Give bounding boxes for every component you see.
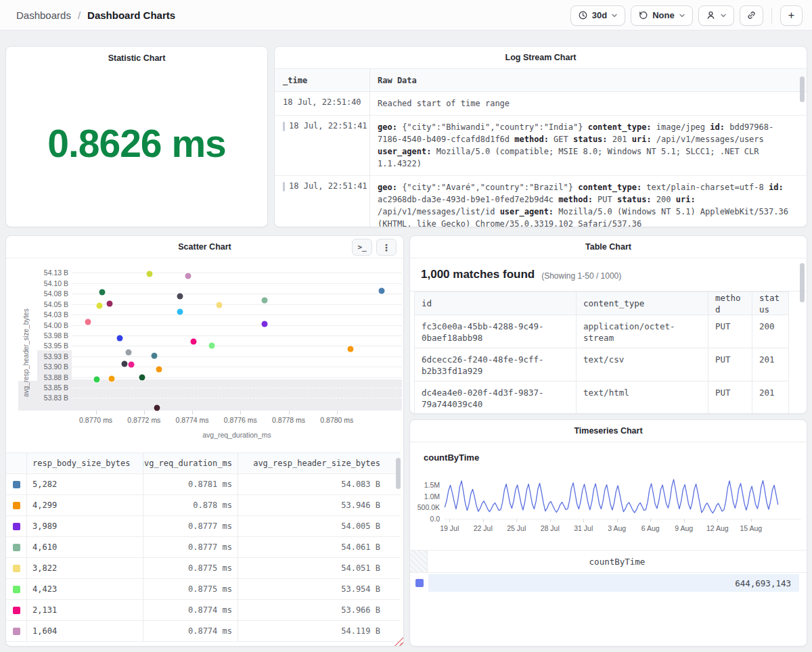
scatter-point	[348, 346, 354, 352]
log-column-divider	[369, 69, 370, 227]
add-chart-button[interactable]: +	[780, 5, 803, 26]
time-range-label: 30d	[592, 10, 607, 20]
legend-duration-cell: 0.8777 ms	[143, 537, 238, 557]
scatter-point	[185, 273, 191, 279]
x-tick-label: 0.8778 ms	[272, 416, 305, 424]
x-tick-mark	[516, 519, 517, 522]
matches-bar: 1,000 matches found (Showing 1-50 / 1000…	[410, 258, 807, 292]
log-column-time: _time	[275, 76, 369, 85]
x-tick-label: 0.8774 ms	[176, 416, 209, 424]
timeseries-y-axis-labels: 1.5M1.0M500.0K0.0	[410, 473, 440, 519]
gridline	[72, 294, 402, 294]
x-tick-label: 25 Jul	[507, 524, 526, 532]
timeseries-baseline	[444, 519, 801, 519]
legend-body-size-cell: 5,282	[26, 474, 143, 494]
showing-range: (Showing 1-50 / 1000)	[541, 269, 621, 281]
log-stream-scrollbar[interactable]	[800, 76, 805, 102]
chevron-down-icon	[679, 12, 685, 19]
scatter-point	[177, 294, 183, 300]
compare-button[interactable]: None	[631, 5, 693, 26]
breadcrumb: Dashboards / Dashboard Charts	[16, 0, 175, 30]
y-tick-label: 54.05 B	[44, 300, 68, 308]
legend-body-size-cell: 4,423	[26, 579, 143, 599]
x-tick-mark	[550, 519, 551, 522]
y-tick-label: 53.83 B	[44, 394, 68, 402]
matches-count: 1,000 matches found	[421, 268, 535, 281]
time-range-button[interactable]: 30d	[570, 5, 625, 26]
cell-method: PUT	[708, 315, 752, 348]
cell-id: dc4ea4e0-020f-4d3f-9837-79a744039c40	[414, 381, 576, 414]
table-chart-header-row: id content_type method status	[414, 292, 789, 315]
gridline	[72, 315, 402, 315]
table-chart-row: 6dcecc26-f240-48fe-9cff-b2b33fd1a929text…	[414, 348, 789, 381]
scatter-actions: >_ ⋮	[352, 239, 397, 256]
y-tick-label: 53.95 B	[44, 342, 68, 350]
table-chart-scrollbar[interactable]	[800, 263, 805, 302]
x-tick-label: 9 Aug	[675, 524, 693, 532]
column-method: method	[708, 292, 752, 315]
table-chart-card: Table Chart 1,000 matches found (Showing…	[409, 235, 807, 414]
clock-icon	[578, 10, 588, 20]
legend-duration-cell: 0.8781 ms	[143, 474, 238, 494]
legend-swatch-cell	[6, 516, 26, 536]
compare-label: None	[652, 10, 675, 20]
x-tick-mark	[717, 519, 718, 522]
scatter-bottom-band	[72, 379, 402, 411]
timeseries-summary-table: countByTime 644,693,143	[410, 550, 807, 593]
log-stream-table: _time Raw Data 18 Jul, 22:51:40Reached s…	[275, 69, 807, 227]
legend-body-size-cell: 3,989	[26, 516, 143, 536]
scatter-y-axis-labels: 54.13 B54.10 B54.08 B54.05 B54.03 B54.00…	[32, 266, 68, 411]
log-row[interactable]: 18 Jul, 22:51:41geo: {"city":"Avaré","co…	[275, 176, 807, 227]
x-tick-label: 28 Jul	[541, 524, 560, 532]
kebab-menu-button[interactable]: ⋮	[376, 239, 397, 256]
plus-icon: +	[788, 9, 794, 22]
share-link-button[interactable]	[740, 5, 763, 26]
gridline	[72, 325, 402, 326]
x-tick-label: 12 Aug	[706, 524, 729, 532]
legend-row: 3,9890.8777 ms54.005 B	[6, 516, 401, 537]
scatter-point	[116, 335, 122, 342]
statistic-chart-card: Statistic Chart 0.8626 ms	[5, 46, 268, 227]
scatter-chart-title: Scatter Chart	[178, 242, 231, 252]
x-tick-label: 15 Aug	[740, 524, 762, 532]
log-stream-chart-title: Log Stream Chart	[275, 47, 807, 69]
x-tick-mark	[289, 411, 290, 415]
cell-content-type: text/csv	[576, 348, 708, 381]
log-stream-header-row: _time Raw Data	[275, 69, 807, 92]
timeseries-chart-title: Timeseries Chart	[410, 420, 807, 442]
scatter-point	[154, 404, 160, 411]
y-tick-label: 54.10 B	[44, 279, 68, 287]
x-tick-label: 22 Jul	[474, 524, 493, 532]
query-console-button[interactable]: >_	[352, 239, 372, 256]
legend-rows: 5,2820.8781 ms54.083 B4,2990.878 ms53.94…	[6, 474, 401, 642]
legend-header-bytes-cell: 53.966 B	[238, 600, 401, 620]
legend-header-bytes-cell: 54.051 B	[238, 558, 401, 578]
legend-header-bytes-cell: 54.005 B	[238, 516, 401, 536]
y-tick-label: 54.13 B	[44, 269, 68, 277]
column-id: id	[414, 292, 576, 315]
table-chart-rows: fc3c0e0a-45bb-4288-9c49-0baef18abb98appl…	[414, 315, 789, 414]
legend-row: 3,8220.8775 ms54.051 B	[6, 558, 401, 579]
series-swatch	[13, 628, 20, 635]
scatter-point	[85, 319, 91, 325]
log-row[interactable]: 18 Jul, 22:51:41geo: {"city":"Bhiwandi",…	[275, 116, 807, 176]
legend-row: 4,4230.8775 ms53.954 B	[6, 579, 401, 600]
legend-column-header-bytes: avg_resp_header_size_bytes	[238, 453, 401, 473]
log-time-cell: 18 Jul, 22:51:40	[275, 92, 369, 115]
legend-duration-cell: 0.8775 ms	[143, 558, 238, 578]
legend-swatch-cell	[6, 474, 26, 494]
legend-scrollbar[interactable]	[396, 458, 401, 489]
user-menu-button[interactable]	[698, 5, 734, 26]
legend-swatch-cell	[6, 495, 26, 515]
legend-row: 4,6100.8777 ms54.061 B	[6, 537, 401, 558]
chevron-down-icon	[611, 12, 618, 19]
gridline	[72, 398, 402, 398]
log-raw-data-cell: geo: {"city":"Avaré","country":"Brazil"}…	[369, 176, 807, 227]
series-swatch	[13, 565, 20, 572]
y-tick-label: 53.90 B	[44, 363, 68, 371]
breadcrumb-dashboards[interactable]: Dashboards	[16, 9, 71, 21]
log-row[interactable]: 18 Jul, 22:51:40Reached start of time ra…	[275, 92, 807, 116]
gridline	[72, 273, 402, 273]
breadcrumb-current: Dashboard Charts	[87, 9, 175, 21]
legend-duration-cell: 0.8777 ms	[143, 516, 238, 536]
